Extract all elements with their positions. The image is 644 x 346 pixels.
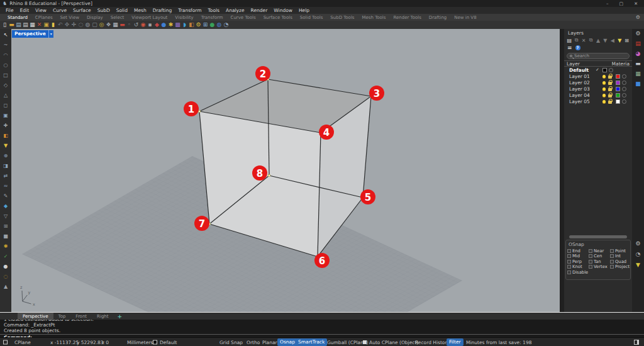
osnap-checkbox[interactable]: Near	[589, 248, 610, 254]
toolbar-icon[interactable]: ↶	[57, 21, 64, 29]
menu-item[interactable]: Drafting	[150, 8, 175, 13]
layers-toolbar-icon[interactable]: ◀	[609, 38, 616, 43]
sidebar-tool-icon[interactable]: ▲	[4, 282, 8, 292]
sidebar-tool-icon[interactable]: ⊞	[4, 221, 8, 232]
osnap-checkbox[interactable]: End	[567, 248, 589, 254]
layer-lock-icon[interactable]	[608, 80, 613, 85]
panel-tab-icon[interactable]: ◕	[636, 50, 641, 57]
toolbar-icon[interactable]: ●	[209, 21, 216, 29]
menu-item[interactable]: Transform	[175, 8, 204, 13]
panel-layout-icon[interactable]	[634, 340, 639, 345]
toolbar-tab[interactable]: Select	[107, 15, 128, 20]
grid-snap-toggle[interactable]: Grid Snap	[219, 339, 243, 345]
cplane-button[interactable]: CPlane	[14, 339, 31, 345]
menu-item[interactable]: Surface	[70, 8, 94, 13]
viewport-title[interactable]: Perspective	[12, 30, 48, 38]
status-pane-icon[interactable]	[3, 340, 8, 344]
sidebar-tool-icon[interactable]: ◨	[3, 161, 8, 171]
sidebar-tool-icon[interactable]: ✎	[4, 191, 8, 201]
toolbar-tab[interactable]: New in V8	[450, 15, 480, 20]
chevron-down-icon[interactable]: ▾	[48, 30, 53, 38]
checkbox-icon[interactable]	[567, 265, 571, 269]
layer-visibility-bulb-icon[interactable]	[602, 94, 606, 97]
layer-material-circle[interactable]	[622, 87, 626, 91]
layer-material-circle[interactable]	[622, 93, 626, 98]
layer-lock-icon[interactable]	[608, 92, 613, 98]
layer-material-circle[interactable]	[622, 74, 626, 79]
viewport-title-dropdown[interactable]: Perspective ▾	[12, 30, 53, 38]
toolbar-icon[interactable]: ▪	[147, 21, 153, 29]
layer-lock-icon[interactable]	[608, 86, 613, 91]
perspective-viewport[interactable]: Perspective ▾	[11, 29, 560, 312]
sidebar-tool-icon[interactable]: □	[3, 70, 8, 81]
sidebar-tool-icon[interactable]: ◻	[4, 101, 8, 111]
menu-item[interactable]: File	[3, 8, 17, 13]
checkbox-icon[interactable]	[567, 249, 571, 253]
panel-tab-icon[interactable]: ▦	[635, 70, 641, 77]
layer-visibility-bulb-icon[interactable]	[602, 87, 606, 91]
toolbar-icon[interactable]: ◌	[77, 21, 84, 29]
sidebar-tool-icon[interactable]: ≈	[4, 181, 8, 191]
layers-toolbar-icon[interactable]: ▼	[602, 38, 608, 43]
layer-row[interactable]: Default ✓	[564, 67, 632, 73]
toolbar-icon[interactable]: ◍	[84, 21, 91, 29]
add-viewport-button[interactable]: +	[114, 313, 126, 320]
toolbar-tab[interactable]: Drafting	[425, 15, 450, 20]
sidebar-tool-icon[interactable]: ~	[4, 40, 8, 50]
menu-item[interactable]: Edit	[17, 8, 33, 13]
toolbar-icon[interactable]: ▦	[29, 21, 36, 29]
checkbox-icon[interactable]	[589, 265, 592, 269]
menu-item[interactable]: Curve	[50, 8, 70, 13]
layer-material-circle[interactable]	[609, 68, 613, 72]
viewport-tab[interactable]: Top	[53, 313, 71, 320]
layers-toolbar-icon[interactable]: ▤	[566, 38, 572, 43]
toolbar-icon[interactable]: ❖	[105, 21, 112, 29]
menu-item[interactable]: Tools	[205, 8, 223, 13]
osnap-checkbox[interactable]: Quad	[610, 259, 631, 264]
checkbox-icon[interactable]	[589, 249, 592, 253]
toolbar-tab[interactable]: Display	[83, 15, 107, 20]
menu-item[interactable]: Mesh	[131, 8, 150, 13]
toolbar-tab[interactable]: Set View	[57, 15, 83, 20]
toolbar-tab[interactable]: Surface Tools	[260, 15, 296, 20]
layer-visibility-bulb-icon[interactable]	[602, 100, 606, 103]
sidebar-tool-icon[interactable]: ▣	[3, 111, 8, 121]
sidebar-tool-icon[interactable]: ■	[3, 232, 8, 242]
viewport-tab[interactable]: Perspective	[18, 313, 53, 320]
sidebar-tool-icon[interactable]: ◌	[4, 272, 8, 282]
toolbar-icon[interactable]: ◍	[216, 21, 223, 29]
horizontal-scrollbar[interactable]	[569, 235, 627, 238]
layer-lock-icon[interactable]	[608, 74, 613, 79]
toolbar-tab[interactable]: Curve Tools	[227, 15, 260, 20]
menu-item[interactable]: Render	[248, 8, 271, 13]
toolbar-icon[interactable]: ✱	[167, 21, 174, 29]
sidebar-tool-icon[interactable]: ✚	[4, 121, 8, 131]
sidebar-tool-icon[interactable]: ◇	[4, 81, 8, 91]
checkbox-icon[interactable]	[567, 260, 571, 264]
layer-material-circle[interactable]	[622, 99, 626, 104]
checkbox-icon[interactable]	[567, 254, 571, 258]
sidebar-tool-icon[interactable]: ↖	[4, 30, 8, 40]
sidebar-tool-icon[interactable]: ▽	[4, 211, 8, 221]
toolbar-icon[interactable]: ◎	[98, 21, 105, 29]
toolbar-icon[interactable]: ◆	[153, 21, 160, 29]
checkbox-icon[interactable]	[589, 260, 592, 264]
panel-tab-icon[interactable]: ▬	[635, 60, 641, 67]
layers-toolbar-icon[interactable]: ⧉	[573, 37, 579, 43]
sidebar-tool-icon[interactable]: ●	[4, 262, 8, 272]
layers-search-input[interactable]: Search	[567, 53, 630, 59]
menu-item[interactable]: SubD	[94, 8, 113, 13]
layer-visibility-bulb-icon[interactable]	[602, 75, 606, 78]
menu-item[interactable]: Analyze	[223, 8, 248, 13]
toolbar-icon[interactable]: ●	[160, 21, 167, 29]
sidebar-tool-icon[interactable]: ◆	[4, 201, 8, 211]
toolbar-icon[interactable]: ▮	[50, 21, 57, 29]
osnap-checkbox[interactable]: Knot	[567, 265, 589, 270]
help-icon[interactable]: ?	[575, 45, 580, 50]
toolbar-tab[interactable]: CPlanes	[31, 15, 57, 20]
toolbar-icon[interactable]: ▤	[15, 21, 22, 29]
sidebar-tool-icon[interactable]: ⊕	[4, 151, 8, 161]
toolbar-icon[interactable]: ▬	[119, 21, 126, 29]
toolbar-icon[interactable]: ◉	[140, 21, 147, 29]
sidebar-tool-icon[interactable]: ⇄	[4, 171, 8, 181]
